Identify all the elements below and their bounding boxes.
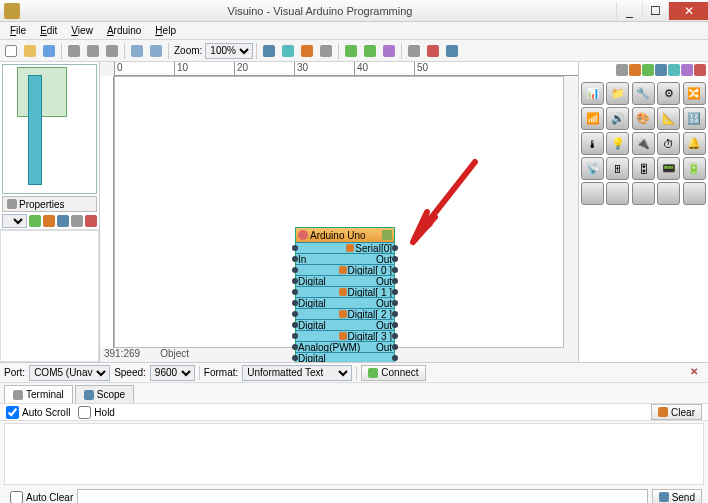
properties-object-select[interactable] xyxy=(2,214,27,228)
component-pin-row[interactable]: DigitalOut xyxy=(296,319,394,330)
autoscroll-check[interactable]: Auto Scroll xyxy=(6,406,70,419)
component-pin-row[interactable]: Digital[ 0 ] xyxy=(296,264,394,275)
open-button[interactable] xyxy=(21,42,39,60)
tool-c[interactable] xyxy=(298,42,316,60)
pal-tool-6[interactable] xyxy=(694,64,706,76)
arduino-component[interactable]: Arduino Uno Serial[0]InOutDigital[ 0 ]Di… xyxy=(295,227,395,362)
send-input[interactable] xyxy=(77,489,647,503)
component-config-icon[interactable] xyxy=(382,230,392,240)
palette-item-23[interactable] xyxy=(657,182,680,205)
props-tool-2[interactable] xyxy=(43,215,55,227)
autoclear-check[interactable]: Auto Clear xyxy=(10,491,73,504)
palette-item-13[interactable]: ⏱ xyxy=(657,132,680,155)
component-pin-row[interactable]: Digital[ 2 ] xyxy=(296,308,394,319)
palette-item-4[interactable]: 🔀 xyxy=(683,82,706,105)
menu-arduino[interactable]: Arduino xyxy=(101,23,147,38)
minimap-viewport[interactable] xyxy=(17,67,67,117)
save-button[interactable] xyxy=(40,42,58,60)
props-tool-3[interactable] xyxy=(57,215,69,227)
tool-g[interactable] xyxy=(380,42,398,60)
undo-button[interactable] xyxy=(128,42,146,60)
menu-view[interactable]: View xyxy=(65,23,99,38)
palette-item-0[interactable]: 📊 xyxy=(581,82,604,105)
connect-button[interactable]: Connect xyxy=(361,365,425,381)
pal-tool-3[interactable] xyxy=(655,64,667,76)
palette-item-12[interactable]: 🔌 xyxy=(632,132,655,155)
properties-tab[interactable]: Properties xyxy=(2,196,97,212)
palette-item-16[interactable]: 🎚 xyxy=(606,157,629,180)
palette-item-22[interactable] xyxy=(632,182,655,205)
pal-tool-5[interactable] xyxy=(681,64,693,76)
port-select[interactable]: COM5 (Unav xyxy=(29,365,110,381)
minimize-button[interactable]: _ xyxy=(616,2,642,20)
component-pin-row[interactable]: DigitalOut xyxy=(296,275,394,286)
menu-edit[interactable]: Edit xyxy=(34,23,63,38)
redo-button[interactable] xyxy=(147,42,165,60)
palette-item-21[interactable] xyxy=(606,182,629,205)
props-tool-4[interactable] xyxy=(71,215,83,227)
svg-marker-0 xyxy=(410,215,433,245)
pal-tool-1[interactable] xyxy=(629,64,641,76)
component-pin-row[interactable]: Digital xyxy=(296,352,394,362)
format-select[interactable]: Unformatted Text xyxy=(242,365,352,381)
copy-button[interactable] xyxy=(84,42,102,60)
palette-item-3[interactable]: ⚙ xyxy=(657,82,680,105)
component-pin-row[interactable]: InOut xyxy=(296,253,394,264)
tab-terminal[interactable]: Terminal xyxy=(4,385,73,403)
palette-item-5[interactable]: 📶 xyxy=(581,107,604,130)
maximize-button[interactable]: ☐ xyxy=(642,2,668,20)
tool-e[interactable] xyxy=(342,42,360,60)
close-button[interactable]: ✕ xyxy=(668,2,708,20)
component-pin-row[interactable]: Digital[ 3 ] xyxy=(296,330,394,341)
pal-tool-4[interactable] xyxy=(668,64,680,76)
pal-tool-2[interactable] xyxy=(642,64,654,76)
palette-item-10[interactable]: 🌡 xyxy=(581,132,604,155)
menu-file[interactable]: File xyxy=(4,23,32,38)
minimap[interactable] xyxy=(2,64,97,194)
menu-help[interactable]: Help xyxy=(149,23,182,38)
palette-item-14[interactable]: 🔔 xyxy=(683,132,706,155)
props-tool-1[interactable] xyxy=(29,215,41,227)
palette-item-18[interactable]: 📟 xyxy=(657,157,680,180)
tool-j[interactable] xyxy=(443,42,461,60)
palette-item-6[interactable]: 🔊 xyxy=(606,107,629,130)
send-button[interactable]: Send xyxy=(652,489,702,503)
panel-close-button[interactable]: ✕ xyxy=(690,366,704,380)
tool-f[interactable] xyxy=(361,42,379,60)
speed-select[interactable]: 9600 xyxy=(150,365,195,381)
paste-button[interactable] xyxy=(103,42,121,60)
palette-item-17[interactable]: 🎛 xyxy=(632,157,655,180)
props-tool-5[interactable] xyxy=(85,215,97,227)
component-header[interactable]: Arduino Uno xyxy=(296,228,394,242)
zoom-select[interactable]: 100% xyxy=(205,43,253,59)
palette-item-1[interactable]: 📁 xyxy=(606,82,629,105)
palette-item-19[interactable]: 🔋 xyxy=(683,157,706,180)
tool-h[interactable] xyxy=(405,42,423,60)
pal-search-icon[interactable] xyxy=(616,64,628,76)
bottom-panel: Port: COM5 (Unav Speed: 9600 Format: Unf… xyxy=(0,362,708,503)
palette-item-7[interactable]: 🎨 xyxy=(632,107,655,130)
component-pin-row[interactable]: DigitalOut xyxy=(296,297,394,308)
arduino-icon xyxy=(298,230,308,240)
palette-item-24[interactable] xyxy=(683,182,706,205)
tool-b[interactable] xyxy=(279,42,297,60)
palette-item-2[interactable]: 🔧 xyxy=(632,82,655,105)
component-pin-row[interactable]: Digital[ 1 ] xyxy=(296,286,394,297)
palette-item-11[interactable]: 💡 xyxy=(606,132,629,155)
hold-check[interactable]: Hold xyxy=(78,406,115,419)
tool-a[interactable] xyxy=(260,42,278,60)
terminal-output[interactable] xyxy=(4,423,704,485)
clear-button[interactable]: Clear xyxy=(651,404,702,420)
palette-item-20[interactable] xyxy=(581,182,604,205)
component-pin-row[interactable]: Serial[0] xyxy=(296,242,394,253)
palette-item-8[interactable]: 📐 xyxy=(657,107,680,130)
palette-item-15[interactable]: 📡 xyxy=(581,157,604,180)
tool-d[interactable] xyxy=(317,42,335,60)
new-button[interactable] xyxy=(2,42,20,60)
cut-button[interactable] xyxy=(65,42,83,60)
component-pin-row[interactable]: Analog(PWM)Out xyxy=(296,341,394,352)
tab-scope[interactable]: Scope xyxy=(75,385,134,403)
palette-item-9[interactable]: 🔢 xyxy=(683,107,706,130)
tool-i[interactable] xyxy=(424,42,442,60)
design-canvas[interactable]: Arduino Uno Serial[0]InOutDigital[ 0 ]Di… xyxy=(114,76,564,348)
